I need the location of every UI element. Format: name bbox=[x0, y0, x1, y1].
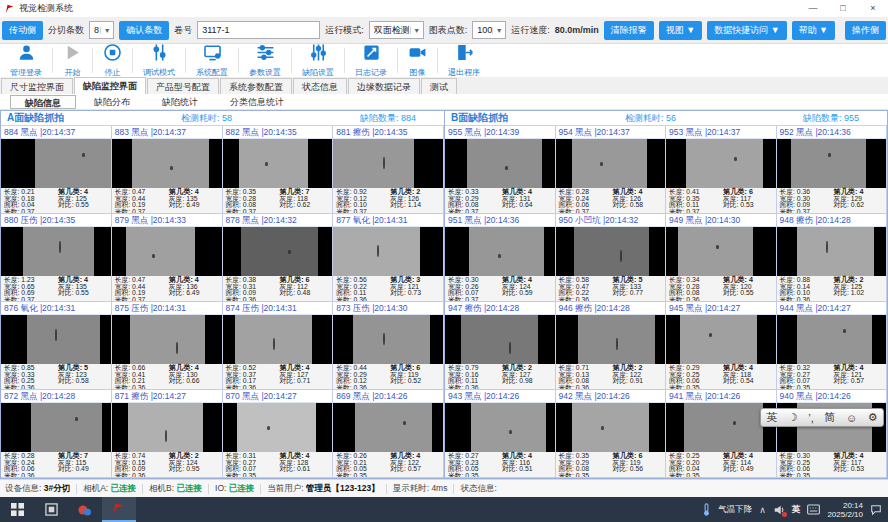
tab-产品型号配置[interactable]: 产品型号配置 bbox=[147, 78, 219, 94]
taskbar-clock[interactable]: 20:14 2025/2/10 bbox=[827, 501, 863, 519]
defect-image[interactable] bbox=[112, 139, 222, 188]
defect-cell[interactable]: 879 黑点 |20:14:33长度: 0.47宽度: 0.44面积: 0.19… bbox=[112, 214, 223, 302]
tab-测试[interactable]: 测试 bbox=[421, 78, 457, 94]
tool-debug-mode[interactable]: 调试模式 bbox=[133, 44, 185, 77]
data-quick-access-button[interactable]: 数据快捷访问 ▼ bbox=[707, 21, 786, 40]
ime-gear-icon[interactable]: ⚙ bbox=[868, 411, 878, 424]
defect-image[interactable] bbox=[556, 139, 666, 188]
subtab-缺陷分布[interactable]: 缺陷分布 bbox=[80, 95, 144, 109]
tool-exit-program[interactable]: 退出程序 bbox=[438, 44, 490, 77]
tab-状态信息[interactable]: 状态信息 bbox=[293, 78, 347, 94]
defect-cell[interactable]: 877 氧化 |20:14:31长度: 0.56宽度: 0.22面积: 0.11… bbox=[333, 214, 444, 302]
defect-cell[interactable]: 876 氧化 |20:14:31长度: 0.85宽度: 0.33面积: 0.25… bbox=[1, 302, 112, 390]
defect-cell[interactable]: 872 黑点 |20:14:28长度: 0.28宽度: 0.24面积: 0.06… bbox=[1, 390, 112, 478]
subtab-缺陷统计[interactable]: 缺陷统计 bbox=[148, 95, 212, 109]
tool-stop[interactable]: 停止 bbox=[93, 44, 132, 77]
tool-image[interactable]: 图像 bbox=[398, 44, 437, 77]
defect-image[interactable] bbox=[666, 139, 776, 188]
tab-边缘数据记录[interactable]: 边缘数据记录 bbox=[348, 78, 420, 94]
defect-cell[interactable]: 945 黑点 |20:14:27长度: 0.29宽度: 0.25面积: 0.06… bbox=[666, 302, 777, 390]
defect-image[interactable] bbox=[777, 139, 887, 188]
operate-side-button[interactable]: 操作侧 bbox=[845, 21, 886, 40]
tab-尺寸监控界面[interactable]: 尺寸监控界面 bbox=[1, 78, 73, 94]
defect-cell[interactable]: 940 黑点 |20:14:26长度: 0.30宽度: 0.25面积: 0.06… bbox=[777, 390, 888, 478]
ime-lang-en[interactable]: 英 bbox=[766, 410, 777, 425]
close-button[interactable]: × bbox=[858, 0, 888, 17]
subtab-缺陷信息[interactable]: 缺陷信息 bbox=[10, 95, 76, 109]
defect-cell[interactable]: 950 小凹坑 |20:14:32长度: 0.58宽度: 0.47面积: 0.2… bbox=[556, 214, 667, 302]
defect-cell[interactable]: 953 黑点 |20:14:37长度: 0.41宽度: 0.35面积: 0.11… bbox=[666, 126, 777, 214]
taskbar-app-1[interactable] bbox=[68, 497, 102, 522]
defect-cell[interactable]: 948 擦伤 |20:14:28长度: 0.88宽度: 0.14面积: 0.10… bbox=[777, 214, 888, 302]
defect-image[interactable] bbox=[777, 227, 887, 276]
defect-cell[interactable]: 955 黑点 |20:14:39长度: 0.33宽度: 0.29面积: 0.08… bbox=[445, 126, 556, 214]
view-menu-button[interactable]: 视图 ▼ bbox=[659, 21, 702, 40]
defect-cell[interactable]: 949 黑点 |20:14:30长度: 0.34宽度: 0.28面积: 0.08… bbox=[666, 214, 777, 302]
roll-number-input[interactable] bbox=[197, 21, 320, 39]
defect-image[interactable] bbox=[445, 403, 555, 452]
defect-cell[interactable]: 943 黑点 |20:14:26长度: 0.27宽度: 0.23面积: 0.05… bbox=[445, 390, 556, 478]
defect-cell[interactable]: 870 黑点 |20:14:27长度: 0.31宽度: 0.27面积: 0.07… bbox=[223, 390, 334, 478]
ime-toolbar[interactable]: 英☽’,简☺⚙ bbox=[760, 408, 884, 427]
defect-image[interactable] bbox=[666, 315, 776, 364]
defect-image[interactable] bbox=[333, 315, 443, 364]
defect-cell[interactable]: 944 黑点 |20:14:27长度: 0.32宽度: 0.27面积: 0.07… bbox=[777, 302, 888, 390]
confirm-count-button[interactable]: 确认条数 bbox=[119, 21, 169, 40]
ime-simplified[interactable]: 简 bbox=[824, 410, 835, 425]
start-button[interactable] bbox=[0, 497, 34, 522]
defect-cell[interactable]: 871 擦伤 |20:14:27长度: 0.74宽度: 0.15面积: 0.09… bbox=[112, 390, 223, 478]
ime-moon-icon[interactable]: ☽ bbox=[788, 411, 798, 424]
defect-cell[interactable]: 942 黑点 |20:14:26长度: 0.35宽度: 0.29面积: 0.08… bbox=[556, 390, 667, 478]
defect-cell[interactable]: 874 压伤 |20:14:31长度: 0.52宽度: 0.37面积: 0.17… bbox=[223, 302, 334, 390]
tool-system-config[interactable]: 系统配置 bbox=[186, 44, 238, 77]
tool-defect-settings[interactable]: 缺陷设置 bbox=[292, 44, 344, 77]
ime-language-indicator[interactable]: 英 bbox=[792, 504, 801, 516]
volume-button[interactable] bbox=[773, 504, 785, 516]
chart-points-select[interactable]: 100▼ bbox=[472, 21, 506, 39]
defect-cell[interactable]: 878 黑点 |20:14:32长度: 0.38宽度: 0.31面积: 0.09… bbox=[223, 214, 334, 302]
subtab-分类信息统计[interactable]: 分类信息统计 bbox=[216, 95, 298, 109]
defect-image[interactable] bbox=[223, 227, 333, 276]
defect-cell[interactable]: 882 黑点 |20:14:35长度: 0.35宽度: 0.28面积: 0.08… bbox=[223, 126, 334, 214]
defect-image[interactable] bbox=[333, 139, 443, 188]
help-menu-button[interactable]: 帮助 ▼ bbox=[792, 21, 835, 40]
defect-image[interactable] bbox=[1, 315, 111, 364]
keyboard-icon[interactable] bbox=[807, 504, 820, 515]
tool-param-settings[interactable]: 参数设置 bbox=[239, 44, 291, 77]
taskbar-app-2-active[interactable] bbox=[102, 497, 136, 522]
defect-image[interactable] bbox=[1, 227, 111, 276]
defect-cell[interactable]: 951 黑点 |20:14:36长度: 0.30宽度: 0.26面积: 0.07… bbox=[445, 214, 556, 302]
defect-image[interactable] bbox=[777, 315, 887, 364]
defect-cell[interactable]: 883 黑点 |20:14:37长度: 0.47宽度: 0.44面积: 0.19… bbox=[112, 126, 223, 214]
tool-admin-login[interactable]: 管理登录 bbox=[0, 44, 52, 77]
defect-image[interactable] bbox=[1, 403, 111, 452]
defect-image[interactable] bbox=[556, 315, 666, 364]
defect-cell[interactable]: 941 黑点 |20:14:26长度: 0.25宽度: 0.20面积: 0.04… bbox=[666, 390, 777, 478]
defect-image[interactable] bbox=[333, 227, 443, 276]
defect-image[interactable] bbox=[223, 403, 333, 452]
tab-缺陷监控界面[interactable]: 缺陷监控界面 bbox=[74, 77, 146, 94]
defect-cell[interactable]: 884 黑点 |20:14:37长度: 0.21宽度: 0.18面积: 0.04… bbox=[1, 126, 112, 214]
defect-cell[interactable]: 880 压伤 |20:14:35长度: 1.23宽度: 0.65面积: 0.69… bbox=[1, 214, 112, 302]
maximize-button[interactable]: □ bbox=[828, 0, 858, 17]
ime-smiley-icon[interactable]: ☺ bbox=[846, 412, 857, 424]
tool-start[interactable]: 开始 bbox=[53, 44, 92, 77]
defect-image[interactable] bbox=[445, 315, 555, 364]
defect-image[interactable] bbox=[223, 139, 333, 188]
defect-image[interactable] bbox=[445, 227, 555, 276]
defect-image[interactable] bbox=[666, 227, 776, 276]
defect-image[interactable] bbox=[333, 403, 443, 452]
defect-image[interactable] bbox=[112, 403, 222, 452]
split-count-select[interactable]: 8▼ bbox=[89, 21, 114, 39]
minimize-button[interactable]: — bbox=[798, 0, 828, 17]
defect-image[interactable] bbox=[556, 227, 666, 276]
defect-cell[interactable]: 869 黑点 |20:14:26长度: 0.26宽度: 0.21面积: 0.05… bbox=[333, 390, 444, 478]
defect-image[interactable] bbox=[112, 227, 222, 276]
defect-cell[interactable]: 946 擦伤 |20:14:28长度: 0.71宽度: 0.13面积: 0.08… bbox=[556, 302, 667, 390]
run-mode-select[interactable]: 双面检测▼ bbox=[369, 21, 424, 39]
clear-alarm-button[interactable]: 清除报警 bbox=[604, 21, 654, 40]
defect-cell[interactable]: 952 黑点 |20:14:36长度: 0.36宽度: 0.30面积: 0.09… bbox=[777, 126, 888, 214]
ime-punct-icon[interactable]: ’, bbox=[808, 412, 814, 424]
defect-image[interactable] bbox=[112, 315, 222, 364]
task-view-button[interactable] bbox=[34, 497, 68, 522]
